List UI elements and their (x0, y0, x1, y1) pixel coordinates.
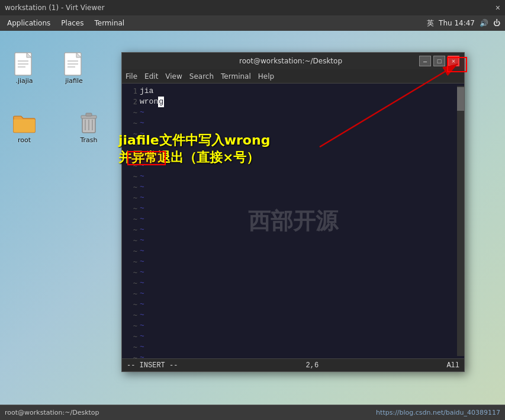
vim-tilde-14: ~ (140, 246, 457, 257)
vim-line-numbers: 1 2 ~ ~ ~ ~ ~ ~ ~ ~ ~ ~ ~ ~ ~ ~ ~ (127, 86, 140, 356)
vim-tilde-16: ~ (140, 267, 457, 278)
vim-tilde-3: ~ (140, 129, 457, 139)
terminal-minimize-button[interactable]: – (419, 56, 431, 66)
system-tray: 英 Thu 14:47 🔊 ⏻ (427, 18, 500, 28)
vim-content: jia wrong ~ ~ ~ ~ ~ ~ ~ ~ ~ ~ ~ (140, 86, 457, 356)
terminal-window-controls: – □ × (419, 56, 459, 66)
vim-tilde-2: ~ (140, 118, 457, 129)
desktop-icon-jiajia[interactable]: .jiajia (4, 52, 45, 85)
root-folder-icon (12, 111, 36, 135)
vim-tilde-11: ~ (140, 214, 457, 225)
vim-scroll-indicator: All (446, 361, 459, 370)
terminal-title: root@workstation:~/Desktop (162, 57, 419, 65)
vim-text-wrong: wron (140, 97, 158, 107)
vim-tilde-18: ~ (140, 288, 457, 299)
vim-line-2: wrong (140, 97, 457, 107)
vim-tilde-13: ~ (140, 235, 457, 246)
terminal-view-menu[interactable]: View (165, 72, 182, 81)
desktop-icon-trash[interactable]: Trash (68, 111, 110, 144)
vim-mode-indicator: -- INSERT -- (127, 361, 178, 370)
vim-tilde-17: ~ (140, 278, 457, 288)
vim-tilde-7: ~ (140, 171, 457, 182)
top-panel: Applications Places Terminal 英 Thu 14:47… (0, 15, 505, 31)
virt-viewer-titlebar: workstation (1) - Virt Viewer × (0, 0, 505, 15)
places-menu[interactable]: Places (59, 19, 86, 27)
input-language-indicator: 英 (427, 18, 434, 28)
vim-cursor: g (158, 97, 164, 107)
virt-viewer-close-button[interactable]: × (496, 3, 500, 12)
terminal-file-menu[interactable]: File (126, 72, 137, 81)
terminal-edit-menu[interactable]: Edit (144, 72, 158, 81)
taskbar-url: https://blog.csdn.net/baidu_40389117 (376, 409, 500, 416)
vim-tilde-21: ~ (140, 320, 457, 331)
vim-scrollbar[interactable] (457, 86, 464, 356)
virt-viewer-title: workstation (1) - Virt Viewer (5, 4, 105, 12)
trash-label: Trash (80, 136, 97, 144)
applications-menu[interactable]: Applications (5, 19, 53, 27)
vim-cursor-position: 2,6 (306, 361, 319, 370)
terminal-titlebar: root@workstation:~/Desktop – □ × (122, 53, 464, 69)
terminal-body[interactable]: 1 2 ~ ~ ~ ~ ~ ~ ~ ~ ~ ~ ~ ~ ~ ~ ~ (122, 84, 464, 358)
taskbar-current-path: root@workstation:~/Desktop (5, 409, 99, 416)
terminal-statusbar: -- INSERT -- 2,6 All (122, 358, 464, 371)
terminal-maximize-button[interactable]: □ (433, 56, 445, 66)
vim-tilde-24: ~ (140, 352, 457, 358)
terminal-terminal-menu[interactable]: Terminal (221, 72, 251, 81)
terminal-help-menu[interactable]: Help (258, 72, 274, 81)
vim-editor: 1 2 ~ ~ ~ ~ ~ ~ ~ ~ ~ ~ ~ ~ ~ ~ ~ (127, 86, 464, 356)
clock: Thu 14:47 (439, 19, 475, 27)
vim-tilde-19: ~ (140, 299, 457, 310)
jiajia-file-icon (12, 52, 36, 76)
vim-tilde-9: ~ (140, 193, 457, 203)
terminal-search-menu[interactable]: Search (189, 72, 214, 81)
volume-icon: 🔊 (480, 19, 488, 27)
svg-rect-12 (86, 113, 92, 116)
desktop-icon-jiafile[interactable]: jiafile (53, 52, 95, 85)
jiafile-file-icon (62, 52, 86, 76)
terminal-close-button[interactable]: × (448, 56, 459, 66)
vim-tilde-6: ~ (140, 161, 457, 171)
desktop: .jiajia jiafile root (0, 46, 505, 405)
vim-tilde-1: ~ (140, 107, 457, 118)
vim-tilde-15: ~ (140, 257, 457, 267)
desktop-icon-root[interactable]: root (4, 111, 45, 144)
vim-tilde-20: ~ (140, 310, 457, 320)
vim-tilde-4: ~ (140, 139, 457, 150)
taskbar: root@workstation:~/Desktop https://blog.… (0, 405, 505, 420)
vim-tilde-8: ~ (140, 182, 457, 193)
jiajia-label: .jiajia (15, 77, 33, 85)
vim-tilde-23: ~ (140, 342, 457, 352)
vim-line-1: jia (140, 86, 457, 97)
terminal-menu[interactable]: Terminal (92, 19, 127, 27)
terminal-window: root@workstation:~/Desktop – □ × File Ed… (121, 52, 465, 372)
vim-tilde-10: ~ (140, 203, 457, 214)
trash-icon (77, 111, 101, 135)
vim-tilde-5: ~ (140, 150, 457, 161)
root-label: root (18, 136, 31, 144)
jiafile-label: jiafile (65, 77, 83, 85)
terminal-menubar: File Edit View Search Terminal Help (122, 69, 464, 84)
power-icon[interactable]: ⏻ (493, 19, 500, 27)
vim-text-jia: jia (140, 86, 153, 97)
vim-tilde-12: ~ (140, 225, 457, 235)
vim-scrollbar-thumb[interactable] (457, 87, 464, 111)
vim-tilde-22: ~ (140, 331, 457, 342)
